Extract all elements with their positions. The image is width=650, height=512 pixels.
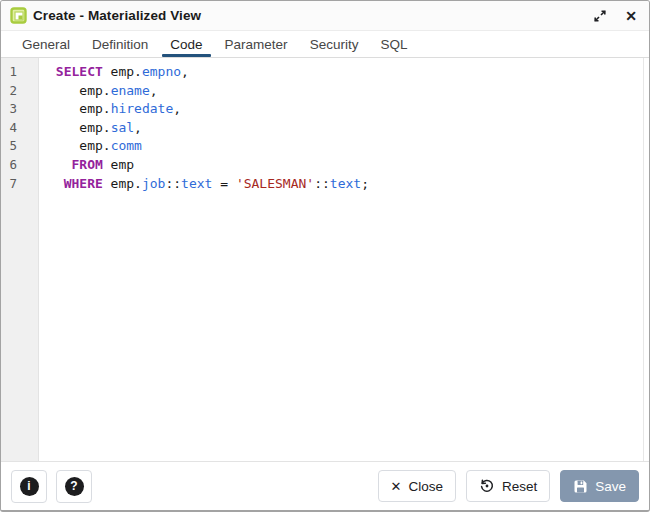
code-line: WHERE emp.job::text = 'SALESMAN'::text;: [48, 175, 649, 194]
code-line: FROM emp: [48, 156, 649, 175]
line-number: 4: [1, 119, 38, 138]
materialized-view-icon: [9, 7, 27, 25]
code-line: emp.hiredate,: [48, 100, 649, 119]
save-button-label: Save: [595, 479, 626, 494]
tab-code[interactable]: Code: [159, 31, 213, 57]
code-area[interactable]: SELECT emp.empno, emp.ename, emp.hiredat…: [39, 58, 649, 461]
line-number: 1: [1, 63, 38, 82]
line-number-gutter: 1234567: [1, 58, 39, 461]
close-window-button[interactable]: ✕: [623, 7, 639, 25]
window-title: Create - Materialized View: [33, 8, 201, 23]
dialog-footer: i ? ✕ Close Reset: [1, 461, 649, 510]
line-number: 3: [1, 100, 38, 119]
line-number: 2: [1, 82, 38, 101]
dialog-tab-bar: GeneralDefinitionCodeParameterSecuritySQ…: [1, 31, 649, 58]
code-line: emp.ename,: [48, 82, 649, 101]
close-button[interactable]: ✕ Close: [378, 470, 456, 502]
dialog-help-button[interactable]: ?: [56, 470, 92, 503]
create-materialized-view-dialog: Create - Materialized View ✕ GeneralDefi…: [0, 0, 650, 512]
reset-button[interactable]: Reset: [466, 470, 550, 502]
save-icon: [573, 479, 588, 494]
close-icon: ✕: [625, 9, 637, 23]
sql-help-button[interactable]: i: [11, 470, 47, 503]
line-number: 7: [1, 175, 38, 194]
code-line: emp.sal,: [48, 119, 649, 138]
maximize-button[interactable]: [591, 7, 609, 25]
window-controls: ✕: [591, 7, 639, 25]
close-x-icon: ✕: [391, 480, 402, 493]
reset-button-label: Reset: [502, 479, 537, 494]
line-number: 5: [1, 137, 38, 156]
question-icon: ?: [65, 477, 84, 496]
sql-code-editor[interactable]: 1234567 SELECT emp.empno, emp.ename, emp…: [1, 58, 649, 461]
tab-definition[interactable]: Definition: [81, 31, 159, 57]
tab-security[interactable]: Security: [299, 31, 370, 57]
code-line: SELECT emp.empno,: [48, 63, 649, 82]
line-number: 6: [1, 156, 38, 175]
tab-sql[interactable]: SQL: [369, 31, 418, 57]
close-button-label: Close: [408, 479, 443, 494]
reset-icon: [479, 478, 495, 494]
tab-parameter[interactable]: Parameter: [214, 31, 299, 57]
window-titlebar: Create - Materialized View ✕: [1, 1, 649, 31]
footer-actions: ✕ Close Reset Save: [378, 470, 639, 502]
code-line: emp.comm: [48, 137, 649, 156]
info-icon: i: [20, 477, 39, 496]
tab-general[interactable]: General: [11, 31, 81, 57]
maximize-icon: [593, 9, 607, 23]
save-button[interactable]: Save: [560, 470, 639, 502]
